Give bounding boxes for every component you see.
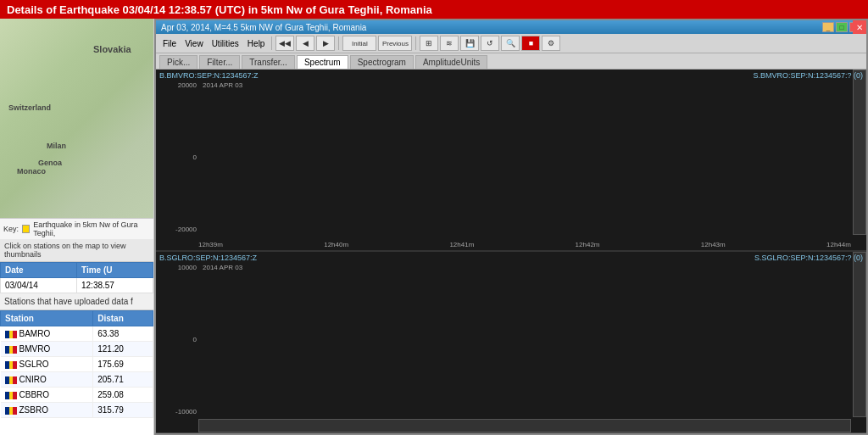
toolbar-sep-2	[338, 36, 339, 50]
flag-1	[5, 346, 17, 354]
wf2-yaxis: 10000 0 -10000	[156, 252, 198, 417]
menu-utilities[interactable]: Utilities	[209, 38, 242, 49]
stations-row-3[interactable]: CNIRO205.71	[1, 372, 153, 388]
wf2-hscroll[interactable]	[198, 419, 851, 432]
waveform-panel-2: B.SGLRO:SEP:N:1234567:Z S.SGLRO:SEP:N:12…	[156, 252, 866, 433]
seismo-toolbar: File View Utilities Help ◀◀ ◀ ▶ Initial …	[156, 34, 866, 53]
stations-row-2[interactable]: SGLRO175.69	[1, 357, 153, 372]
date-table-row: 03/04/14 12:38.57	[1, 278, 153, 293]
station-distance-5: 315.79	[93, 403, 153, 418]
menu-view[interactable]: View	[181, 38, 207, 49]
minimize-button[interactable]: _	[822, 22, 834, 32]
tb-waveform-btn[interactable]: ≋	[440, 36, 459, 51]
wf2-ymin: -10000	[158, 408, 197, 415]
tb-initial-btn[interactable]: Initial	[342, 36, 376, 51]
wf1-xlabel: 12h39m	[198, 241, 223, 248]
key-text: Earthquake in 5km Nw of Gura Teghii,	[33, 220, 151, 237]
tb-zoom-btn[interactable]: 🔍	[501, 36, 520, 51]
date-table: Date Time (U 03/04/14 12:38.57	[0, 262, 153, 293]
station-name-4: CBBRO	[1, 388, 93, 403]
wf2-ymid: 0	[158, 336, 197, 343]
wf2-canvas	[198, 264, 453, 391]
tb-bar-btn[interactable]: ■	[521, 36, 540, 51]
wf1-xlabel: 12h44m	[826, 241, 851, 248]
wf1-ymax: 20000	[158, 81, 197, 89]
station-distance-0: 63.38	[93, 326, 153, 342]
seismo-window: Apr 03, 2014, M=4.5 5km NW of Gura Teghi…	[154, 19, 868, 435]
station-name-2: SGLRO	[1, 357, 93, 372]
wf1-canvas	[198, 81, 453, 209]
tab-transfer[interactable]: Transfer...	[242, 55, 295, 69]
stations-row-1[interactable]: BMVRO121.20	[1, 342, 153, 357]
info-bar: Click on stations on the map to view thu…	[0, 239, 153, 262]
map-area[interactable]: Switzerland Monaco Milan Genoa Slovakia …	[0, 19, 154, 239]
menu-help[interactable]: Help	[244, 38, 269, 49]
wf1-ymid: 0	[158, 153, 197, 161]
stations-table: Station Distan BAMRO63.38BMVRO121.20SGLR…	[0, 310, 153, 418]
wf1-header: B.BMVRO:SEP:N:1234567:Z S.BMVRO:SEP:N:12…	[159, 71, 863, 80]
toolbar-sep-3	[415, 36, 416, 50]
stations-row-4[interactable]: CBBRO259.08	[1, 388, 153, 403]
station-name-1: BMVRO	[1, 342, 93, 357]
wf1-xlabel: 12h41m	[449, 241, 474, 248]
wf1-scrollbar[interactable]	[853, 70, 866, 235]
tab-filter[interactable]: Filter...	[199, 55, 240, 69]
distance-col-header: Distan	[93, 311, 153, 326]
tb-next-btn[interactable]: ▶	[316, 36, 335, 51]
wf1-yaxis: 20000 0 -20000	[156, 70, 198, 235]
stations-tbody: BAMRO63.38BMVRO121.20SGLRO175.69CNIRO205…	[1, 326, 153, 418]
station-name-5: ZSBRO	[1, 403, 93, 418]
station-distance-4: 259.08	[93, 388, 153, 403]
seismo-close-x[interactable]: ✕	[853, 20, 866, 34]
wf1-label-left: B.BMVRO:SEP:N:1234567:Z	[159, 71, 259, 80]
map-label-ukraine: Slovakia	[93, 44, 131, 54]
tb-previous-btn[interactable]: Previous	[378, 36, 412, 51]
key-dot	[22, 225, 30, 233]
tb-back-btn[interactable]: ◀◀	[275, 36, 294, 51]
station-name-0: BAMRO	[1, 326, 93, 342]
tb-save-btn[interactable]: 💾	[460, 36, 479, 51]
map-key-bar: Key: Earthquake in 5km Nw of Gura Teghii…	[0, 218, 154, 239]
date-cell: 03/04/14	[1, 278, 77, 293]
stations-row-5[interactable]: ZSBRO315.79	[1, 403, 153, 418]
tab-spectrogram[interactable]: Spectrogram	[350, 55, 414, 69]
time-cell: 12:38.57	[77, 278, 153, 293]
tb-grid-btn[interactable]: ⊞	[420, 36, 438, 51]
wf2-ymax: 10000	[158, 264, 197, 271]
station-distance-1: 121.20	[93, 342, 153, 357]
time-col-header: Time (U	[77, 263, 153, 278]
tb-prev-btn[interactable]: ◀	[296, 36, 314, 51]
station-distance-2: 175.69	[93, 357, 153, 372]
map-label-milan: Milan	[47, 142, 66, 150]
flag-5	[5, 407, 17, 415]
stations-section[interactable]: Station Distan BAMRO63.38BMVRO121.20SGLR…	[0, 310, 153, 435]
tb-refresh-btn[interactable]: ↺	[481, 36, 499, 51]
wf2-label-right: S.SGLRO:SEP:N:1234567:? (0)	[754, 254, 863, 262]
seismo-tabs: Pick... Filter... Transfer... Spectrum S…	[156, 53, 866, 70]
wf2-header: B.SGLRO:SEP:N:1234567:Z S.SGLRO:SEP:N:12…	[159, 254, 863, 262]
maximize-button[interactable]: □	[836, 22, 848, 32]
flag-3	[5, 376, 17, 384]
flag-2	[5, 361, 17, 369]
station-name-3: CNIRO	[1, 372, 93, 388]
tab-spectrum[interactable]: Spectrum	[297, 55, 348, 69]
toolbar-sep-1	[271, 36, 272, 50]
wf1-xaxis: 12h39m12h40m12h41m12h42m12h43m12h44m	[198, 241, 851, 248]
map-label-genoa: Genoa	[38, 159, 62, 167]
menu-file[interactable]: File	[159, 38, 180, 49]
tab-amplitude[interactable]: AmplitudeUnits	[415, 55, 487, 69]
seismo-titlebar: Apr 03, 2014, M=4.5 5km NW of Gura Teghi…	[156, 20, 866, 34]
key-label: Key:	[3, 225, 19, 233]
waveform-panel-1: B.BMVRO:SEP:N:1234567:Z S.BMVRO:SEP:N:12…	[156, 70, 866, 252]
stations-row-0[interactable]: BAMRO63.38	[1, 326, 153, 342]
tb-config-btn[interactable]: ⚙	[542, 36, 560, 51]
tab-pick[interactable]: Pick...	[159, 55, 198, 69]
map-background: Switzerland Monaco Milan Genoa Slovakia	[0, 19, 154, 239]
wf2-scrollbar[interactable]	[853, 252, 866, 417]
station-distance-3: 205.71	[93, 372, 153, 388]
wf1-ymin: -20000	[158, 226, 197, 233]
wf1-label-right: S.BMVRO:SEP:N:1234567:? (0)	[753, 71, 863, 80]
wf1-xlabel: 12h40m	[324, 241, 348, 248]
map-label-switzerland: Switzerland	[8, 103, 51, 112]
wf1-xlabel: 12h42m	[576, 241, 600, 248]
